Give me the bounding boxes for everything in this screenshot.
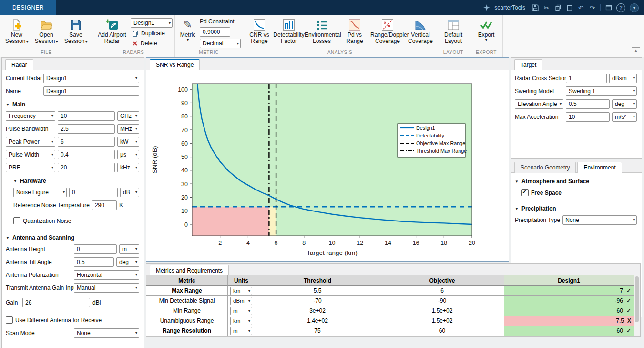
- pulse-bandwidth-input[interactable]: 2.5: [58, 124, 115, 134]
- tab-target[interactable]: Target: [514, 59, 542, 70]
- antenna-height-input[interactable]: 0: [74, 244, 117, 254]
- scrollbar-thumb[interactable]: [635, 276, 639, 322]
- delete-button[interactable]: Delete: [131, 39, 173, 48]
- environmental-losses-button[interactable]: Environmental Losses: [304, 16, 339, 45]
- peak-power-input[interactable]: 6: [58, 137, 115, 147]
- frequency-select[interactable]: Frequency▾: [6, 111, 55, 121]
- copy-icon[interactable]: [554, 4, 562, 11]
- format-select[interactable]: Decimal▾: [200, 39, 241, 48]
- peak-power-select[interactable]: Peak Power▾: [6, 137, 55, 147]
- new-session-button[interactable]: New Session▾: [2, 16, 31, 45]
- window-layout-icon[interactable]: [605, 4, 612, 11]
- frequency-unit-select[interactable]: GHz▾: [117, 111, 139, 121]
- reference-noise-temperature-input[interactable]: 290: [92, 200, 117, 210]
- objective-cell[interactable]: 1.5e+02: [380, 306, 504, 316]
- collapse-ribbon-icon[interactable]: ▴: [632, 47, 640, 54]
- antenna-section-header[interactable]: ▼Antenna and Scanning: [6, 234, 140, 241]
- use-different-antenna-checkbox[interactable]: [6, 316, 13, 324]
- tab-scenario-geometry[interactable]: Scenario Geometry: [514, 162, 576, 173]
- units-select[interactable]: km▾: [230, 317, 252, 325]
- save-icon[interactable]: [532, 4, 539, 11]
- units-select[interactable]: m▾: [230, 307, 252, 315]
- metrics-scrollbar[interactable]: [634, 275, 640, 336]
- pulse-width-input[interactable]: 0.4: [58, 150, 115, 159]
- tab-metrics-and-requirements[interactable]: Metrics and Requirements: [150, 265, 229, 276]
- main-section-header[interactable]: ▼Main: [6, 101, 140, 108]
- transmit-gain-input-select[interactable]: Manual▾: [74, 283, 139, 293]
- pulse-bandwidth-unit-select[interactable]: MHz▾: [117, 124, 139, 134]
- objective-cell[interactable]: 1.5e+02: [380, 316, 504, 326]
- noise-figure-input[interactable]: 0: [69, 188, 118, 197]
- help-icon[interactable]: ?: [616, 3, 625, 12]
- button-label: Default Layout: [440, 32, 467, 44]
- undo-icon[interactable]: ↶: [577, 4, 584, 11]
- max-acceleration-unit-select[interactable]: m/s²▾: [612, 112, 637, 122]
- pd-vs-range-button[interactable]: Pd vs Range: [340, 16, 369, 45]
- cut-icon[interactable]: ✂: [543, 4, 550, 11]
- units-select[interactable]: km▾: [230, 287, 252, 295]
- scan-mode-select[interactable]: None▾: [74, 328, 139, 338]
- units-select[interactable]: dBm▾: [230, 297, 252, 305]
- threshold-cell[interactable]: 75: [255, 326, 380, 336]
- detectability-factor-button[interactable]: Detectability Factor: [275, 16, 303, 45]
- threshold-cell[interactable]: 5.5: [255, 286, 380, 296]
- name-input[interactable]: Design1: [43, 86, 139, 96]
- threshold-cell[interactable]: 3e+02: [255, 306, 380, 316]
- swerling-select[interactable]: Swerling 1▾: [566, 86, 637, 96]
- current-radar-select[interactable]: Design1▾: [43, 74, 139, 83]
- tab-environment[interactable]: Environment: [577, 162, 622, 173]
- objective-cell[interactable]: 60: [380, 326, 504, 336]
- rcs-unit-select[interactable]: dBsm▾: [609, 74, 637, 83]
- gain-input[interactable]: 26: [22, 298, 90, 307]
- designer-toolstrip-tab[interactable]: DESIGNER: [0, 0, 56, 15]
- hardware-section-header[interactable]: ▼Hardware: [13, 178, 140, 184]
- pulse-width-select[interactable]: Pulse Width▾: [6, 150, 55, 159]
- precipitation-section-header[interactable]: ▼Precipitation: [515, 205, 638, 212]
- duplicate-button[interactable]: Duplicate: [131, 29, 173, 38]
- redo-icon[interactable]: ↷: [589, 4, 596, 11]
- free-space-checkbox[interactable]: [521, 189, 529, 196]
- tab-snr-vs-range[interactable]: SNR vs Range: [150, 59, 200, 70]
- prf-unit-select[interactable]: kHz▾: [117, 163, 139, 172]
- noise-figure-unit-select[interactable]: dB▾: [120, 188, 139, 197]
- antenna-polarization-select[interactable]: Horizontal▾: [74, 270, 139, 280]
- metrics-panel: Metrics and Requirements Metric Units Th…: [146, 263, 641, 337]
- prf-input[interactable]: 20: [58, 163, 115, 172]
- elevation-angle-input[interactable]: 0.5: [566, 99, 610, 109]
- atmosphere-section-header[interactable]: ▼Atmosphere and Surface: [515, 178, 638, 185]
- elevation-angle-select[interactable]: Elevation Angle▾: [515, 99, 563, 109]
- collapse-titlebar-icon[interactable]: ▾: [630, 3, 639, 12]
- export-button[interactable]: Export ▾: [472, 16, 501, 42]
- objective-cell[interactable]: -90: [380, 296, 504, 306]
- cnr-vs-range-button[interactable]: CNR vs Range: [245, 16, 274, 45]
- radar-design-select[interactable]: Design1▾: [131, 18, 173, 28]
- threshold-cell[interactable]: -70: [255, 296, 380, 306]
- precipitation-type-select[interactable]: None▾: [562, 215, 637, 225]
- chevron-down-icon: ▾: [135, 114, 137, 118]
- open-session-button[interactable]: Open Session▾: [32, 16, 61, 45]
- rcs-input[interactable]: 1: [566, 74, 607, 83]
- noise-figure-select[interactable]: Noise Figure▾: [13, 188, 67, 197]
- antenna-tilt-unit-select[interactable]: deg▾: [116, 257, 139, 267]
- objective-cell[interactable]: 6: [380, 286, 504, 296]
- range-doppler-coverage-button[interactable]: Range/Doppler Coverage: [370, 16, 405, 45]
- add-airport-radar-button[interactable]: Add Airport Radar: [94, 16, 130, 45]
- prf-select[interactable]: PRF▾: [6, 163, 55, 172]
- max-acceleration-input[interactable]: 10: [566, 112, 610, 122]
- antenna-height-unit-select[interactable]: m▾: [119, 244, 139, 254]
- peak-power-unit-select[interactable]: kW▾: [117, 137, 139, 147]
- quantization-noise-checkbox[interactable]: [13, 217, 20, 224]
- metric-button[interactable]: ✎ Metric ▾: [177, 16, 199, 42]
- threshold-cell[interactable]: 1.4e+02: [255, 316, 380, 326]
- paste-icon[interactable]: [566, 4, 573, 11]
- antenna-tilt-input[interactable]: 0.5: [74, 257, 114, 267]
- save-session-button[interactable]: Save Session▾: [61, 16, 90, 45]
- frequency-input[interactable]: 10: [58, 111, 115, 121]
- tab-radar[interactable]: Radar: [5, 59, 33, 70]
- default-layout-button[interactable]: Default Layout: [439, 16, 468, 45]
- pd-constraint-input[interactable]: 0.9000: [200, 27, 230, 37]
- pulse-width-unit-select[interactable]: µs▾: [117, 150, 139, 159]
- vertical-coverage-button[interactable]: Vertical Coverage: [406, 16, 435, 45]
- units-select[interactable]: m▾: [230, 327, 252, 335]
- elevation-angle-unit-select[interactable]: deg▾: [612, 99, 637, 109]
